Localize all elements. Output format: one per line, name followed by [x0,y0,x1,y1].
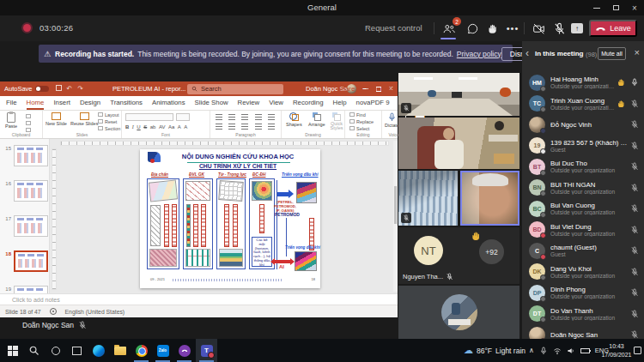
participant-row[interactable]: DK Dang Vu Khoi Outside your organizatio… [522,262,644,283]
direction-icon[interactable] [268,114,275,120]
font-format-button[interactable]: Aa [168,124,174,130]
redo-icon[interactable]: ↷ [77,85,83,93]
window-minimize-icon[interactable] [587,0,606,15]
slide-thumbnail[interactable]: 15 [3,145,49,166]
font-format-button[interactable]: A [184,124,187,130]
leave-button[interactable]: Leave [589,20,637,37]
ppt-tab[interactable]: novaPDF 9 [356,96,390,110]
video-tile-conference-room[interactable] [398,73,519,116]
camera-toggle-button[interactable] [529,21,548,36]
slide-preview[interactable] [14,180,48,202]
mic-off-icon[interactable] [630,100,639,108]
mic-off-icon[interactable] [630,330,639,339]
participant-row[interactable]: C chaumt (Guest) Guest [522,240,644,262]
ppt-tab[interactable]: Home [27,96,45,110]
mic-on-icon[interactable] [630,78,639,87]
columns-icon[interactable] [268,124,275,130]
autosave-toggle[interactable] [35,86,49,92]
task-view-button[interactable] [66,339,88,362]
slide-thumbnail[interactable]: 17 [3,215,49,237]
video-tile-active-speaker[interactable] [460,171,519,226]
back-chevron-icon[interactable]: ‹ [526,48,529,58]
mic-off-icon[interactable] [630,226,639,234]
mic-off-icon[interactable] [630,162,639,171]
slide-preview[interactable] [14,145,48,166]
network-icon[interactable] [553,347,562,355]
request-control-button[interactable]: Request control [365,23,422,33]
speaker-icon[interactable] [567,347,575,355]
language-status[interactable]: English (United States) [65,309,125,315]
file-explorer-button[interactable] [109,339,131,362]
reset-button[interactable]: Reset [98,118,120,125]
paste-button[interactable]: Paste [5,112,17,129]
ppt-tab[interactable]: Review [238,96,260,110]
clock[interactable]: 10:43 17/09/2021 [601,342,632,359]
participant-row[interactable]: BC Bui Van Cuong Outside your organizati… [522,198,644,220]
mic-off-icon[interactable] [630,184,639,192]
slide-preview[interactable] [14,250,48,272]
layout-button[interactable]: Layout [98,112,120,118]
indent-icon[interactable] [241,114,248,120]
share-button[interactable]: ↑ [568,21,586,36]
replace-button[interactable]: Replace [349,118,374,125]
ppt-tab[interactable]: Transitions [110,96,143,110]
viber-button[interactable] [173,339,195,362]
new-slide-button[interactable]: New Slide [46,112,67,126]
mic-off-icon[interactable] [630,268,639,276]
mic-off-icon[interactable] [630,246,639,255]
reactions-button[interactable] [483,21,502,36]
arrange-button[interactable]: Arrange [308,112,325,127]
mute-all-button[interactable]: Mute all [598,47,626,60]
ppt-tab[interactable]: Insert [53,96,70,110]
section-button[interactable]: Section [98,125,120,132]
ppt-tab[interactable]: Help [333,96,347,110]
participant-row[interactable]: DP Dinh Phong Outside your organization [522,282,644,304]
vertical-scrollbar[interactable] [393,141,398,292]
video-tile-participant[interactable] [398,118,519,169]
bullets-icon[interactable] [216,114,222,120]
undo-icon[interactable]: ↶ [67,85,73,93]
font-name-select[interactable] [125,113,173,121]
tray-expand-icon[interactable]: ∧ [529,347,534,354]
participant-row[interactable]: BD Bui Viet Dung Outside your organizati… [522,220,644,241]
align-right-icon[interactable] [241,124,248,130]
overflow-count[interactable]: +92 [479,239,504,264]
mic-off-icon[interactable] [630,204,639,213]
participants-button[interactable]: 2 [439,21,458,36]
font-format-button[interactable]: S [143,124,147,130]
font-format-button[interactable]: A [178,124,181,130]
accessibility-icon[interactable] [50,308,57,315]
share-document-button[interactable]: Share [337,85,355,93]
participant-row[interactable]: DT Do Van Thanh Outside your organizatio… [522,304,644,325]
slide-preview[interactable] [14,286,48,293]
font-format-button[interactable]: U [137,124,140,130]
slide-thumbnail[interactable]: 18 [3,250,49,272]
justify-icon[interactable] [255,124,262,130]
font-format-button[interactable]: ab [150,124,156,130]
more-actions-button[interactable]: ••• [503,21,522,36]
video-tile-window-blinds[interactable] [398,171,458,226]
find-button[interactable]: Find [349,112,374,118]
font-format-button[interactable]: B [125,124,129,130]
save-icon[interactable] [56,85,62,91]
ppt-tab[interactable]: File [6,96,17,110]
select-button[interactable]: Select [349,125,374,132]
mic-off-icon[interactable] [630,310,639,318]
zalo-button[interactable]: Zalo [152,339,173,362]
mic-off-icon[interactable] [630,142,639,150]
chrome-button[interactable] [131,339,152,362]
mic-off-icon[interactable] [630,120,639,129]
participant-row[interactable]: Đỗ Ngọc Vinh [522,114,644,136]
weather-widget[interactable]: ☁ 86°F Light rain [464,339,526,362]
participant-row[interactable]: 19 139 823 567 5 (Khách) (Guest) Guest [522,136,644,157]
spacing-icon[interactable] [255,114,262,120]
chat-button[interactable] [463,21,482,36]
action-center-icon[interactable] [634,347,641,354]
dictate-button[interactable]: Dictate [385,112,399,128]
video-tile-desk[interactable] [398,286,519,339]
ppt-tab[interactable]: Slide Show [195,96,228,110]
start-button[interactable] [2,339,23,362]
privacy-policy-link[interactable]: Privacy policy [457,50,501,58]
mic-off-icon[interactable] [630,288,639,297]
window-maximize-icon[interactable] [606,0,625,15]
